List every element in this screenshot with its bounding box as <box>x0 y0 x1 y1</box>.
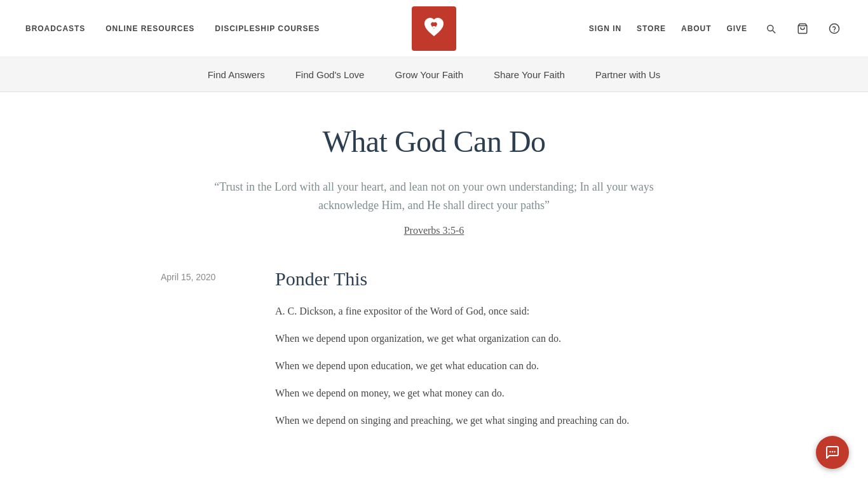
help-button[interactable] <box>826 20 843 37</box>
paragraph-3: When we depend upon education, we get wh… <box>275 357 707 374</box>
help-icon <box>829 23 840 34</box>
search-button[interactable] <box>763 20 779 37</box>
site-logo[interactable] <box>412 6 456 51</box>
svg-point-3 <box>834 451 835 452</box>
nav-right: SIGN IN STORE ABOUT GIVE <box>589 20 843 37</box>
article-layout: April 15, 2020 Ponder This A. C. Dickson… <box>161 268 707 440</box>
nav-discipleship-courses[interactable]: DISCIPLESHIP COURSES <box>215 24 320 33</box>
nav-find-answers[interactable]: Find Answers <box>208 67 265 83</box>
nav-partner-with-us[interactable]: Partner with Us <box>595 67 661 83</box>
nav-give[interactable]: GIVE <box>726 24 747 33</box>
nav-left: BROADCASTS ONLINE RESOURCES DISCIPLESHIP… <box>25 24 320 33</box>
article-body: Ponder This A. C. Dickson, a fine exposi… <box>275 268 707 440</box>
nav-grow-your-faith[interactable]: Grow Your Faith <box>395 67 463 83</box>
search-icon <box>765 23 776 34</box>
scripture-link[interactable]: Proverbs 3:5-6 <box>404 225 465 236</box>
main-content: What God Can Do “Trust in the Lord with … <box>148 92 720 465</box>
nav-find-gods-love[interactable]: Find God's Love <box>295 67 365 83</box>
scripture-quote: “Trust in the Lord with all your heart, … <box>212 178 656 215</box>
cart-icon <box>797 23 808 34</box>
page-title: What God Can Do <box>161 124 707 159</box>
svg-point-1 <box>829 451 831 452</box>
nav-broadcasts[interactable]: BROADCASTS <box>25 24 85 33</box>
nav-online-resources[interactable]: ONLINE RESOURCES <box>105 24 194 33</box>
cart-button[interactable] <box>794 20 811 37</box>
paragraph-5: When we depend on singing and preaching,… <box>275 412 707 429</box>
article-date: April 15, 2020 <box>161 268 250 282</box>
secondary-nav: Find Answers Find God's Love Grow Your F… <box>0 57 868 92</box>
paragraph-4: When we depend on money, we get what mon… <box>275 384 707 402</box>
nav-sign-in[interactable]: SIGN IN <box>589 24 621 33</box>
svg-point-2 <box>832 451 833 452</box>
chat-icon <box>825 445 840 460</box>
logo-symbol <box>422 15 446 43</box>
scripture-reference: Proverbs 3:5-6 <box>161 225 707 236</box>
chat-button[interactable] <box>816 436 849 465</box>
paragraph-2: When we depend upon organization, we get… <box>275 330 707 347</box>
nav-share-your-faith[interactable]: Share Your Faith <box>494 67 565 83</box>
section-title: Ponder This <box>275 268 707 290</box>
nav-about[interactable]: ABOUT <box>681 24 711 33</box>
header: BROADCASTS ONLINE RESOURCES DISCIPLESHIP… <box>0 0 868 57</box>
paragraph-1: A. C. Dickson, a fine expositor of the W… <box>275 302 707 320</box>
nav-store[interactable]: STORE <box>637 24 666 33</box>
